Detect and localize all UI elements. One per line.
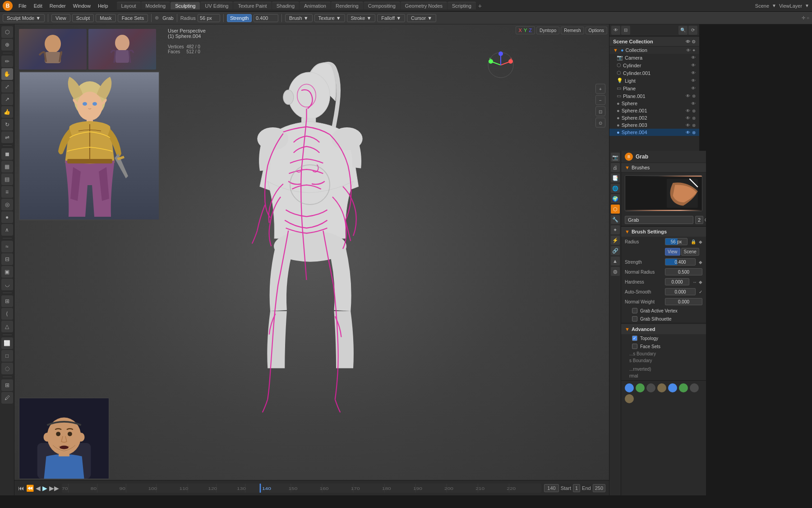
cylinder-vis[interactable]: 👁 [691,63,696,68]
scene-item-cylinder001[interactable]: ⬡ Cylinder.001 👁 [609,69,699,77]
zoom-out-button[interactable]: − [595,95,605,105]
grab-active-vertex-checkbox[interactable] [632,308,637,313]
tab-texture-paint[interactable]: Texture Paint [233,2,271,9]
add-workspace-button[interactable]: + [478,2,482,9]
reference-main-image[interactable] [19,71,160,220]
topology-checkbox[interactable] [632,336,637,341]
jump-start-button[interactable]: ⏮ [18,485,24,492]
tool-multiplane-scrape[interactable]: ⊞ [1,295,13,307]
scene-item-sphere001[interactable]: ● Sphere.001 👁 ⊗ [609,107,699,114]
strength-slider[interactable]: 0.400 [665,258,696,266]
tool-rotate[interactable]: ↻ [1,119,13,130]
tab-shading[interactable]: Shading [272,2,299,9]
tab-sculpting[interactable]: Sculpting [171,2,200,9]
strength-input[interactable] [254,14,278,22]
hardness-keyframe-icon[interactable]: ◆ [699,280,702,284]
radius-lock-icon[interactable]: 🔒 [691,239,696,244]
physics-props-icon[interactable]: ⚡ [611,236,620,245]
tool-pinch[interactable]: ⟨ [1,308,13,320]
scene-item-sphere002[interactable]: ● Sphere.002 👁 ⊗ [609,114,699,121]
scene-item-plane001[interactable]: ▭ Plane.001 👁 ⊗ [609,92,699,100]
brush-settings-header[interactable]: ▼ Brush Settings [621,227,706,237]
tool-thumb[interactable]: 👍 [1,106,13,118]
radius-unit-view-btn[interactable]: View [665,248,680,256]
axis-z-label[interactable]: Z [529,28,532,33]
mode-selector[interactable]: Sculpt Mode ▼ [3,14,45,22]
particles-props-icon[interactable]: ✦ [611,225,620,234]
tool-transform[interactable]: ⊞ [1,379,13,391]
color-btn-tan2[interactable] [625,394,634,403]
end-frame-input[interactable]: 250 [593,484,605,492]
menu-window[interactable]: Window [70,2,94,9]
tab-animation[interactable]: Animation [300,2,331,9]
advanced-header[interactable]: ▼ Advanced [621,324,706,334]
tab-scripting[interactable]: Scripting [448,2,476,9]
viewport-gizmo[interactable]: X Y Z [487,51,514,79]
face-sets-checkbox[interactable] [632,344,637,349]
tool-blob[interactable]: ● [1,211,13,223]
tool-scrape[interactable]: ◡ [1,279,13,290]
collection-item[interactable]: ▼ ● Collection 👁 ✦ [609,47,699,54]
tool-lasso-mask[interactable]: ◌ [1,363,13,374]
stroke-dropdown[interactable]: Stroke ▼ [347,14,376,22]
radius-slider[interactable]: 56 px [665,238,687,245]
auto-smooth-check[interactable]: ✓ [699,289,702,294]
sculpt-menu[interactable]: Sculpt [72,14,94,22]
color-btn-blue2[interactable] [668,383,677,392]
axis-y-label[interactable]: Y [524,28,527,33]
current-frame-display[interactable]: 140 [544,484,558,492]
collection-vis-icon[interactable]: 👁 [686,39,690,44]
normal-weight-slider[interactable]: 0.000 [665,298,702,305]
scene-item-cylinder[interactable]: ⬡ Cylinder 👁 [609,61,699,69]
brush-dropdown[interactable]: Brush ▼ [285,14,313,22]
object-props-icon[interactable]: ⬡ [611,205,620,214]
tool-draw[interactable]: ✏ [1,56,13,67]
axis-x-label[interactable]: X [519,28,522,33]
scene-item-camera[interactable]: 📷 Camera 👁 [609,54,699,61]
scene-item-sphere003[interactable]: ● Sphere.003 👁 ⊗ [609,121,699,129]
normal-radius-slider[interactable]: 0.500 [665,268,702,275]
color-btn-dark2[interactable] [690,383,699,392]
view-icon[interactable]: 👁 [611,26,620,35]
face-sets-menu[interactable]: Face Sets [118,14,148,22]
radius-keyframe-icon[interactable]: ◆ [699,239,702,244]
texture-dropdown[interactable]: Texture ▼ [314,14,345,22]
menu-render[interactable]: Render [46,2,69,9]
menu-edit[interactable]: Edit [31,2,46,9]
tool-box-mask[interactable]: □ [1,350,13,362]
tool-mask[interactable]: ⬜ [1,337,13,349]
radius-input[interactable] [198,14,220,22]
remesh-button[interactable]: Remesh [561,27,584,34]
prev-frame-button[interactable]: ◀ [36,485,41,492]
falloff-dropdown[interactable]: Falloff ▼ [377,14,405,22]
perspective-toggle[interactable]: ⊙ [595,118,605,128]
menu-file[interactable]: File [15,2,30,9]
constraint-props-icon[interactable]: 🔗 [611,246,620,255]
ref-thumb-2[interactable] [88,29,156,70]
view-menu[interactable]: View [51,14,70,22]
tool-crease[interactable]: ∧ [1,224,13,236]
tool-select[interactable]: ⬡ [1,26,13,38]
menu-help[interactable]: Help [95,2,111,9]
tab-uv-editing[interactable]: UV Editing [200,2,233,9]
hardness-icon[interactable]: ↔ [692,280,697,284]
color-btn-dark[interactable] [646,383,655,392]
scene-item-plane[interactable]: ▭ Plane 👁 [609,84,699,92]
tool-annotate[interactable]: 🖊 [1,392,13,404]
color-btn-blue[interactable] [625,383,634,392]
tool-grab[interactable]: ✋ [1,68,13,80]
cursor-dropdown[interactable]: Cursor ▼ [407,14,436,22]
tool-slide-relax[interactable]: ⇌ [1,131,13,143]
tool-fill[interactable]: ▣ [1,266,13,278]
search-icon[interactable]: 🔍 [678,26,687,35]
tool-move[interactable]: ⊕ [1,39,13,51]
color-btn-green[interactable] [636,383,645,392]
tool-clay-thumb[interactable]: ▤ [1,173,13,185]
strength-keyframe-icon[interactable]: ◆ [699,260,702,265]
play-button[interactable]: ▶ [42,485,47,492]
world-props-icon[interactable]: 🌍 [611,194,620,203]
dyntopo-button[interactable]: Dyntopo [536,27,559,34]
brush-number[interactable]: 2 [695,216,703,224]
ref-thumb-1[interactable] [19,29,87,70]
plane-vis[interactable]: 👁 [691,86,696,91]
